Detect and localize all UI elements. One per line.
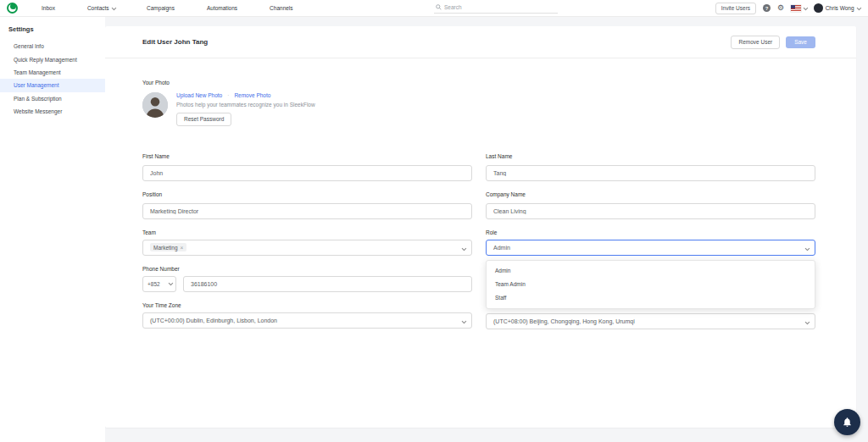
timezone-field: Your Time Zone (UTC+00:00) Dublin, Edinb… (142, 302, 472, 330)
gear-icon[interactable]: ⚙ (777, 4, 784, 12)
company-name-label: Company Name (486, 191, 815, 197)
invite-users-button[interactable]: Invite Users (715, 3, 756, 14)
country-code-select[interactable]: +852 (142, 276, 176, 292)
sidebar-item-website-messenger[interactable]: Website Messenger (0, 105, 105, 118)
chevron-down-icon (856, 5, 860, 9)
upload-new-photo-link[interactable]: Upload New Photo (176, 92, 222, 98)
top-navbar: Inbox Contacts Campaigns Automations Cha… (0, 0, 868, 17)
settings-sidebar: Settings General Info Quick Reply Manage… (0, 17, 105, 442)
reset-password-button[interactable]: Reset Password (176, 113, 231, 126)
timezone-secondary-value: (UTC+08:00) Beijing, Chongqing, Hong Kon… (493, 318, 635, 324)
search-icon (436, 4, 442, 10)
role-select[interactable]: Admin (486, 240, 815, 256)
header-actions: Remove User Save (731, 36, 815, 49)
role-label: Role (486, 229, 815, 235)
sidebar-item-user-management[interactable]: User Management (0, 79, 105, 91)
company-name-field: Company Name (486, 191, 815, 219)
photo-actions: Upload New Photo · Remove Photo Photos h… (176, 92, 315, 126)
last-name-field: Last Name (486, 153, 815, 181)
sidebar-item-general-info[interactable]: General Info (0, 40, 105, 52)
language-selector[interactable] (791, 5, 807, 12)
team-tag: Marketing × (150, 243, 186, 251)
timezone-secondary-select[interactable]: (UTC+08:00) Beijing, Chongqing, Hong Kon… (486, 313, 815, 329)
team-field: Team Marketing × (142, 229, 472, 256)
team-tag-label: Marketing (153, 245, 178, 251)
chevron-down-icon (804, 246, 809, 250)
nav-item-automations[interactable]: Automations (207, 5, 237, 11)
role-dropdown: Admin Team Admin Staff (486, 260, 815, 309)
phone-number-label: Phone Number (142, 266, 472, 272)
chevron-down-icon (112, 5, 116, 9)
card-header: Edit User John Tang Remove User Save (105, 26, 856, 58)
user-menu[interactable]: Chris Wong (814, 3, 860, 13)
phone-row: +852 (142, 276, 472, 292)
timezone-selected-value: (UTC+00:00) Dublin, Edinburgh, Lisbon, L… (150, 318, 277, 323)
chevron-down-icon (804, 320, 809, 324)
save-button[interactable]: Save (786, 36, 815, 48)
bell-icon (842, 417, 853, 428)
search-input[interactable] (444, 4, 546, 10)
role-option-staff[interactable]: Staff (487, 291, 815, 305)
photo-hint: Photos help your teammates recognize you… (176, 102, 315, 108)
first-name-label: First Name (142, 153, 472, 159)
sleekflow-logo-icon[interactable] (7, 3, 18, 14)
chevron-down-icon (461, 318, 465, 323)
nav-item-campaigns[interactable]: Campaigns (147, 5, 175, 11)
page-title: Edit User John Tang (142, 38, 208, 46)
phone-number-input[interactable] (183, 276, 472, 292)
person-photo-placeholder (142, 92, 168, 118)
sidebar-list: General Info Quick Reply Management Team… (0, 40, 105, 118)
photo-links: Upload New Photo · Remove Photo (176, 92, 315, 98)
search-bar (434, 3, 558, 14)
position-input[interactable] (142, 203, 472, 219)
card-body: Your Photo Upload New Photo · Remove Pho… (105, 80, 856, 340)
role-selected-value: Admin (493, 245, 510, 251)
last-name-label: Last Name (486, 153, 815, 159)
sidebar-item-team-management[interactable]: Team Management (0, 66, 105, 79)
role-field: Role Admin Admin Team Admin Staff (486, 229, 815, 256)
remove-photo-link[interactable]: Remove Photo (234, 92, 270, 98)
us-flag-icon (791, 5, 801, 12)
navbar-right: Invite Users ? ⚙ Chris Wong (715, 3, 868, 14)
chevron-down-icon (461, 246, 465, 250)
main-content: Edit User John Tang Remove User Save You… (105, 17, 868, 442)
nav-item-inbox[interactable]: Inbox (42, 5, 55, 11)
nav-item-contacts[interactable]: Contacts (87, 5, 114, 11)
remove-user-button[interactable]: Remove User (731, 36, 780, 49)
role-option-team-admin[interactable]: Team Admin (487, 278, 815, 291)
team-label: Team (142, 229, 472, 235)
timezone-label: Your Time Zone (142, 302, 472, 308)
position-label: Position (142, 191, 472, 197)
sidebar-item-quick-reply-management[interactable]: Quick Reply Management (0, 52, 105, 65)
first-name-field: First Name (142, 153, 472, 181)
notifications-fab[interactable] (834, 409, 860, 435)
photo-section: Upload New Photo · Remove Photo Photos h… (142, 92, 815, 126)
team-select[interactable]: Marketing × (142, 240, 472, 256)
link-separator: · (227, 92, 229, 98)
phone-number-field: Phone Number +852 (142, 266, 472, 292)
main-nav: Inbox Contacts Campaigns Automations Cha… (42, 5, 293, 11)
position-field: Position (142, 191, 472, 219)
nav-item-channels[interactable]: Channels (270, 5, 292, 11)
user-form: First Name Last Name Position Company Na… (142, 153, 815, 340)
sidebar-item-plan-subscription[interactable]: Plan & Subscription (0, 92, 105, 105)
remove-tag-icon[interactable]: × (181, 245, 184, 251)
company-name-input[interactable] (486, 203, 815, 219)
chevron-down-icon (804, 5, 808, 9)
user-avatar (814, 3, 823, 13)
first-name-input[interactable] (142, 165, 472, 181)
chevron-down-icon (168, 281, 172, 285)
profile-photo (142, 92, 168, 118)
user-name: Chris Wong (826, 5, 854, 11)
help-icon[interactable]: ? (763, 4, 771, 12)
last-name-input[interactable] (486, 165, 815, 181)
your-photo-label: Your Photo (142, 80, 815, 86)
sidebar-title: Settings (0, 25, 105, 33)
role-option-admin[interactable]: Admin (487, 264, 815, 278)
edit-user-card: Edit User John Tang Remove User Save You… (105, 26, 856, 428)
country-code-value: +852 (147, 281, 160, 287)
timezone-select[interactable]: (UTC+00:00) Dublin, Edinburgh, Lisbon, L… (142, 312, 472, 329)
